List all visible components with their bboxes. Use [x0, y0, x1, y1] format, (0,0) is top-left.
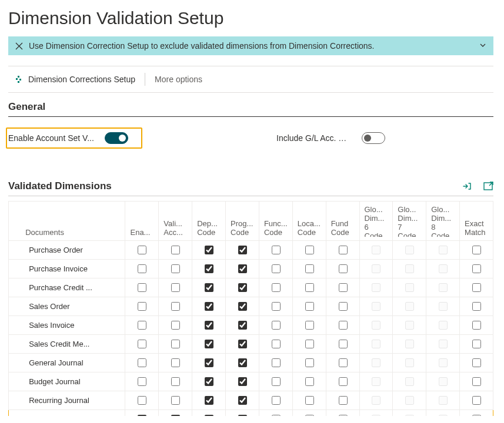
grid-checkbox[interactable] — [339, 264, 348, 273]
grid-checkbox[interactable] — [472, 283, 481, 292]
grid-checkbox[interactable] — [238, 321, 247, 330]
grid-checkbox[interactable] — [138, 302, 146, 311]
grid-checkbox[interactable] — [238, 396, 247, 405]
grid-checkbox[interactable] — [272, 415, 281, 416]
grid-scroll[interactable]: DocumentsEna...Vali... Acc...Dep... Code… — [8, 201, 493, 416]
grid-checkbox[interactable] — [472, 340, 481, 348]
grid-checkbox[interactable] — [205, 377, 213, 386]
document-name-cell[interactable]: General Journal — [21, 354, 125, 372]
grid-checkbox[interactable] — [238, 246, 247, 254]
grid-checkbox[interactable] — [205, 321, 213, 330]
column-header[interactable]: Prog... Code — [226, 202, 259, 241]
document-name-cell[interactable]: Recurring Journal — [21, 391, 125, 410]
table-row[interactable]: Purchase Order — [9, 241, 493, 260]
grid-checkbox[interactable] — [205, 358, 213, 367]
grid-checkbox[interactable] — [171, 396, 180, 405]
grid-checkbox[interactable] — [339, 396, 348, 405]
grid-checkbox[interactable] — [238, 340, 247, 348]
grid-checkbox[interactable] — [305, 302, 314, 311]
grid-checkbox[interactable] — [272, 264, 281, 273]
document-name-cell[interactable]: Purchase Invoice — [21, 260, 125, 278]
row-handle[interactable] — [9, 241, 21, 260]
grid-checkbox[interactable] — [305, 246, 314, 254]
grid-checkbox[interactable] — [339, 358, 348, 367]
row-handle[interactable] — [9, 260, 21, 278]
include-gl-lines-toggle[interactable] — [362, 132, 385, 144]
grid-checkbox[interactable] — [305, 358, 314, 367]
table-row[interactable]: Recurring Journal — [9, 391, 493, 410]
table-row[interactable]: Sales Order — [9, 297, 493, 316]
grid-checkbox[interactable] — [171, 302, 180, 311]
row-handle[interactable] — [9, 372, 21, 391]
grid-checkbox[interactable] — [339, 321, 348, 330]
grid-checkbox[interactable] — [238, 302, 247, 311]
enable-account-set-toggle[interactable] — [105, 132, 128, 144]
table-row[interactable]: Sales Credit Me... — [9, 335, 493, 354]
document-name-cell[interactable]: Sales Order — [21, 297, 125, 316]
row-handle[interactable] — [9, 335, 21, 354]
table-row[interactable]: Deposits — [9, 410, 493, 417]
column-header[interactable]: Exact Match — [460, 202, 493, 241]
grid-checkbox[interactable] — [272, 358, 281, 367]
grid-checkbox[interactable] — [138, 415, 146, 416]
grid-checkbox[interactable] — [171, 283, 180, 292]
grid-checkbox[interactable] — [205, 415, 213, 416]
chevron-down-icon[interactable] — [479, 41, 486, 51]
document-name-cell[interactable]: Budget Journal — [21, 372, 125, 391]
grid-checkbox[interactable] — [305, 264, 314, 273]
document-name-cell[interactable]: Sales Credit Me... — [21, 335, 125, 354]
grid-checkbox[interactable] — [171, 340, 180, 348]
grid-checkbox[interactable] — [205, 340, 213, 348]
column-header[interactable]: Vali... Acc... — [159, 202, 192, 241]
grid-checkbox[interactable] — [171, 415, 180, 416]
column-header[interactable]: Glo... Dim... 6 Code — [359, 202, 393, 241]
grid-checkbox[interactable] — [305, 396, 314, 405]
table-row[interactable]: General Journal — [9, 354, 493, 372]
grid-checkbox[interactable] — [305, 283, 314, 292]
grid-checkbox[interactable] — [272, 246, 281, 254]
row-handle[interactable] — [9, 391, 21, 410]
grid-checkbox[interactable] — [238, 377, 247, 386]
grid-checkbox[interactable] — [171, 377, 180, 386]
grid-checkbox[interactable] — [171, 321, 180, 330]
grid-checkbox[interactable] — [138, 321, 146, 330]
more-options-button[interactable]: More options — [149, 72, 208, 86]
grid-checkbox[interactable] — [472, 358, 481, 367]
grid-checkbox[interactable] — [238, 283, 247, 292]
grid-checkbox[interactable] — [339, 415, 348, 416]
row-handle[interactable] — [9, 278, 21, 297]
expand-icon[interactable] — [483, 181, 493, 192]
grid-checkbox[interactable] — [305, 321, 314, 330]
column-header[interactable]: Fund Code — [326, 202, 359, 241]
grid-checkbox[interactable] — [171, 246, 180, 254]
document-name-cell[interactable]: Deposits — [21, 410, 125, 417]
grid-checkbox[interactable] — [272, 377, 281, 386]
grid-checkbox[interactable] — [138, 264, 146, 273]
grid-checkbox[interactable] — [205, 283, 213, 292]
grid-checkbox[interactable] — [472, 377, 481, 386]
grid-checkbox[interactable] — [138, 246, 146, 254]
document-name-cell[interactable]: Sales Invoice — [21, 316, 125, 335]
grid-checkbox[interactable] — [171, 358, 180, 367]
row-handle[interactable] — [9, 316, 21, 335]
grid-checkbox[interactable] — [305, 377, 314, 386]
grid-checkbox[interactable] — [205, 396, 213, 405]
table-row[interactable]: Purchase Credit ... — [9, 278, 493, 297]
grid-checkbox[interactable] — [472, 246, 481, 254]
grid-checkbox[interactable] — [238, 358, 247, 367]
document-name-cell[interactable]: Purchase Credit ... — [21, 278, 125, 297]
document-name-cell[interactable]: Purchase Order — [21, 241, 125, 260]
grid-checkbox[interactable] — [138, 283, 146, 292]
grid-checkbox[interactable] — [339, 302, 348, 311]
grid-checkbox[interactable] — [138, 358, 146, 367]
row-handle[interactable] — [9, 354, 21, 372]
grid-checkbox[interactable] — [272, 302, 281, 311]
grid-checkbox[interactable] — [238, 264, 247, 273]
grid-checkbox[interactable] — [272, 321, 281, 330]
row-handle[interactable] — [9, 410, 21, 417]
grid-checkbox[interactable] — [205, 264, 213, 273]
column-header[interactable]: Ena... — [125, 202, 159, 241]
grid-checkbox[interactable] — [205, 302, 213, 311]
dimension-corrections-setup-button[interactable]: Dimension Corrections Setup — [8, 72, 141, 86]
column-header[interactable]: Documents — [21, 202, 125, 241]
